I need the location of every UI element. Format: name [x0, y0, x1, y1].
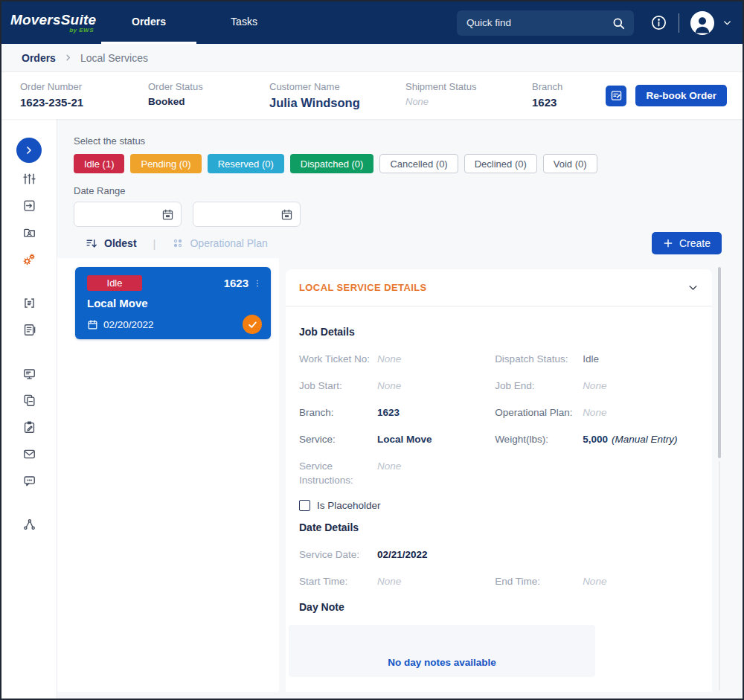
content-area: Select the status Idle (1) Pending (0) R… [57, 119, 743, 699]
service-date-value: 02/21/2022 [377, 548, 428, 562]
date-range-inputs [74, 202, 722, 227]
breadcrumb-orders[interactable]: Orders [22, 52, 56, 64]
quick-find-input[interactable] [457, 10, 634, 36]
field-row: Work Ticket No: None Dispatch Status: Id… [299, 352, 699, 366]
rebook-order-button[interactable]: Re-book Order [635, 85, 727, 106]
operations-gears-icon[interactable] [22, 252, 36, 267]
top-navbar: MoversSuite by EWS Orders Tasks [1, 1, 743, 44]
end-time-field: End Time: None [495, 574, 699, 588]
job-end-label: Job End: [495, 379, 583, 393]
note-edit-icon [610, 89, 623, 102]
dispatch-status-label: Dispatch Status: [495, 352, 583, 366]
card-selected-check-icon[interactable] [243, 315, 262, 334]
order-status-value: Booked [148, 96, 269, 107]
service-card-bottom: 02/20/2022 [87, 315, 262, 334]
body-row: Idle 1623 Local Move [57, 258, 743, 699]
customer-folder-icon[interactable] [22, 225, 36, 240]
details-header[interactable]: LOCAL SERVICE DETAILS [286, 269, 712, 306]
weight-field: Weight(lbs): 5,000(Manual Entry) [495, 432, 699, 446]
info-icon[interactable] [650, 14, 667, 31]
date-details-rows: Service Date: 02/21/2022 Start Time: Non… [299, 548, 699, 588]
is-placeholder-checkbox[interactable] [299, 500, 310, 511]
card-branch-number: 1623 [224, 277, 248, 289]
vertical-scrollbar-track[interactable] [719, 461, 720, 690]
quick-find [457, 10, 634, 36]
service-card-top: Idle 1623 [87, 275, 262, 291]
status-pill-pending[interactable]: Pending (0) [130, 154, 201, 173]
job-start-field: Job Start: None [299, 379, 495, 393]
start-date-field [74, 202, 182, 227]
user-menu-chevron-icon[interactable] [722, 18, 732, 28]
end-date-field [193, 202, 301, 227]
operational-plan-detail-label: Operational Plan: [495, 405, 583, 420]
app-logo: MoversSuite by EWS [10, 13, 97, 33]
main-tabs: Orders Tasks [101, 1, 292, 44]
customer-name-field: Customer Name Julia Windsong [269, 81, 405, 110]
branch-value: 1623 [532, 96, 562, 109]
messages-icon[interactable] [22, 474, 36, 489]
calendar-icon[interactable] [280, 208, 293, 221]
dispatch-status-value: Idle [583, 352, 599, 366]
tab-orders[interactable]: Orders [101, 1, 196, 44]
collapse-chevron-icon[interactable] [687, 282, 699, 293]
work-queue-icon[interactable] [22, 172, 36, 187]
copy-documents-icon[interactable] [22, 394, 36, 408]
navbar-divider [679, 13, 679, 33]
vertical-scrollbar-thumb[interactable] [718, 267, 721, 458]
left-sidebar [1, 119, 57, 699]
operational-plan-toggle[interactable]: Operational Plan [172, 237, 267, 249]
status-pill-declined[interactable]: Declined (0) [464, 154, 537, 173]
tab-tasks[interactable]: Tasks [196, 1, 292, 44]
sort-oldest-label: Oldest [104, 237, 137, 249]
user-avatar[interactable] [690, 11, 714, 35]
service-card[interactable]: Idle 1623 Local Move [75, 267, 271, 339]
operational-plan-value: None [583, 405, 606, 420]
calendar-icon[interactable] [161, 208, 174, 221]
main-area: Select the status Idle (1) Pending (0) R… [1, 119, 743, 699]
work-ticket-label: Work Ticket No: [299, 352, 377, 366]
order-entry-icon[interactable] [22, 199, 36, 213]
sidebar-expand-button[interactable] [16, 138, 42, 163]
search-icon[interactable] [612, 16, 626, 30]
branch-label: Branch [532, 81, 562, 92]
shipment-status-value: None [405, 96, 532, 107]
mail-icon[interactable] [22, 447, 36, 462]
service-field: Service: Local Move [299, 432, 495, 446]
notes-summary-icon[interactable] [22, 296, 36, 311]
integrations-share-icon[interactable] [22, 518, 36, 533]
service-date-label: Service Date: [299, 548, 377, 562]
create-button-label: Create [679, 237, 711, 249]
sort-oldest-button[interactable]: Oldest [86, 237, 137, 250]
day-note-empty-text: No day notes available [388, 657, 496, 668]
plus-icon [663, 238, 673, 248]
create-button[interactable]: Create [652, 232, 722, 254]
forms-document-icon[interactable] [22, 323, 36, 338]
details-body: Job Details Work Ticket No: None Dispatc… [286, 326, 712, 677]
clipboard-edit-icon[interactable] [22, 420, 36, 435]
card-date: 02/20/2022 [87, 319, 154, 330]
is-placeholder-checkbox-row[interactable]: Is Placeholder [299, 500, 699, 511]
status-pill-reserved[interactable]: Reserved (0) [208, 154, 284, 173]
branch-detail-value: 1623 [377, 405, 400, 420]
status-pill-idle[interactable]: Idle (1) [74, 154, 124, 173]
job-details-title: Job Details [299, 326, 699, 338]
card-kebab-menu-icon[interactable] [253, 278, 262, 289]
service-instructions-field: Service Instructions: None [299, 459, 699, 487]
work-ticket-field: Work Ticket No: None [299, 352, 495, 366]
sort-icon [86, 237, 98, 250]
monitor-icon[interactable] [22, 367, 36, 382]
branch-detail-label: Branch: [299, 405, 377, 420]
status-pill-dispatched[interactable]: Dispatched (0) [290, 154, 374, 173]
calendar-icon [87, 319, 98, 330]
status-pill-cancelled[interactable]: Cancelled (0) [379, 154, 458, 173]
logo-byline: by EWS [10, 28, 97, 33]
branch-field: Branch 1623 [532, 81, 562, 109]
order-status-field: Order Status Booked [148, 81, 269, 107]
breadcrumb-separator-icon [64, 54, 72, 62]
order-notes-button[interactable] [606, 86, 626, 106]
field-row: Service Instructions: None [299, 459, 699, 487]
status-pill-void[interactable]: Void (0) [543, 154, 597, 173]
breadcrumb: Orders Local Services [1, 44, 743, 72]
weight-note: (Manual Entry) [612, 434, 678, 445]
job-end-field: Job End: None [495, 379, 699, 393]
